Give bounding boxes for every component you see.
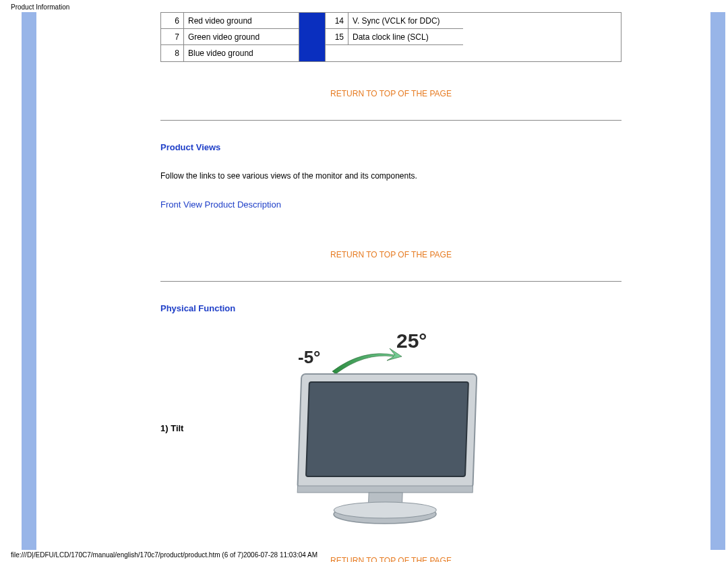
monitor-tilt-illustration: -5° 25° [282, 327, 524, 529]
pin-description: Red video ground [184, 13, 299, 28]
table-row: 14 V. Sync (VCLK for DDC) [326, 13, 463, 29]
tilt-label: 1) Tilt [160, 423, 241, 433]
table-row: 7 Green video ground [161, 29, 299, 45]
pin-description: Green video ground [184, 29, 299, 44]
divider [160, 281, 621, 282]
left-sidebar-stripe [22, 12, 36, 550]
tilt-row: 1) Tilt -5° 25° [160, 327, 621, 529]
pin-number: 15 [326, 29, 348, 44]
table-row: 15 Data clock line (SCL) [326, 29, 463, 45]
svg-point-5 [334, 502, 437, 518]
pin-number: 7 [161, 29, 184, 44]
front-view-link[interactable]: Front View Product Description [160, 199, 621, 210]
return-to-top-link[interactable]: RETURN TO TOP OF THE PAGE [160, 89, 621, 98]
product-views-body: Follow the links to see various views of… [160, 171, 621, 181]
return-to-top-link[interactable]: RETURN TO TOP OF THE PAGE [160, 250, 621, 259]
pin-table-right-col: 14 V. Sync (VCLK for DDC) 15 Data clock … [326, 13, 463, 61]
pin-description: Blue video ground [184, 45, 299, 61]
pin-table-left-col: 6 Red video ground 7 Green video ground … [161, 13, 299, 61]
table-row: 8 Blue video ground [161, 45, 299, 61]
main-content: 6 Red video ground 7 Green video ground … [160, 12, 621, 562]
page-title: Product Information [11, 3, 69, 11]
pin-number: 6 [161, 13, 184, 28]
svg-rect-2 [297, 486, 473, 493]
table-row: 6 Red video ground [161, 13, 299, 29]
pin-number: 14 [326, 13, 348, 28]
right-sidebar-stripe [710, 12, 725, 550]
svg-rect-1 [306, 382, 468, 476]
monitor-icon [282, 361, 504, 536]
page-footer-path: file:///D|/EDFU/LCD/170C7/manual/english… [11, 551, 317, 559]
physical-function-heading: Physical Function [160, 303, 621, 313]
pin-number: 8 [161, 45, 184, 61]
pin-description: Data clock line (SCL) [348, 29, 463, 44]
connector-graphic [299, 13, 326, 61]
pin-assignment-table: 6 Red video ground 7 Green video ground … [160, 12, 621, 62]
divider [160, 120, 621, 121]
pin-description: V. Sync (VCLK for DDC) [348, 13, 463, 28]
product-views-heading: Product Views [160, 142, 621, 152]
